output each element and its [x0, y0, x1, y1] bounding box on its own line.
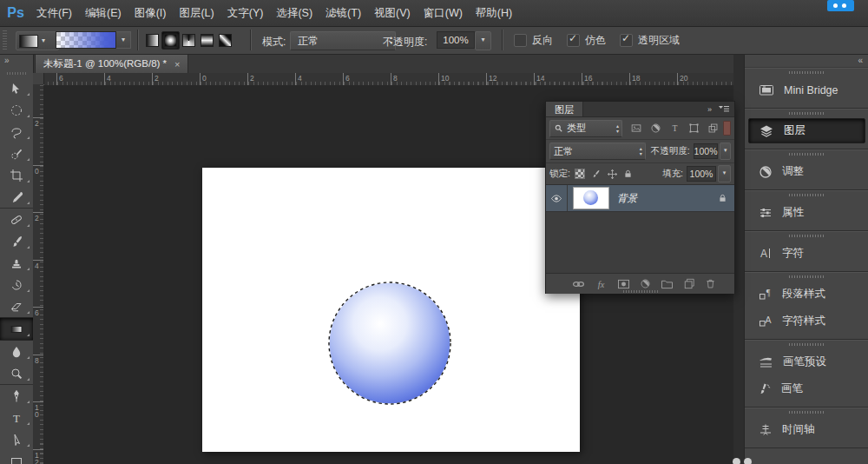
dock-item-mini-bridge[interactable]: Mini Bridge [748, 77, 865, 103]
toolbox-collapse-icon[interactable]: » [0, 54, 33, 69]
layer-fill-field[interactable]: 100% [687, 166, 716, 182]
angle-gradient-button[interactable] [180, 31, 198, 50]
layer-filtering-toggle[interactable] [723, 121, 731, 136]
eyedropper-tool[interactable] [0, 186, 33, 208]
panel-collapse-icon[interactable]: » [707, 105, 712, 114]
blend-mode-select[interactable]: 正常 ▴▾ [290, 31, 396, 50]
checkbox-反向[interactable]: 反向 [514, 33, 553, 48]
lock-all-icon[interactable] [623, 169, 633, 179]
filter-smart-objects-icon[interactable] [707, 123, 719, 134]
filter-shape-layers-icon[interactable] [688, 123, 700, 134]
visibility-cell[interactable] [546, 185, 568, 211]
dock-group-grip-icon[interactable] [789, 71, 825, 74]
clone-stamp-tool[interactable] [0, 252, 33, 274]
dock-group-grip-icon[interactable] [789, 112, 825, 115]
add-layer-mask-icon[interactable] [617, 279, 630, 289]
new-layer-icon[interactable] [683, 278, 695, 289]
checkbox-仿色[interactable]: 仿色 [567, 33, 606, 48]
dock-item-brush-panel[interactable]: 画笔 [748, 376, 865, 401]
type-tool[interactable]: T [0, 407, 33, 428]
menu-item[interactable]: 选择(S) [276, 6, 312, 21]
panel-resize-grip-icon[interactable] [623, 290, 658, 293]
dock-group-grip-icon[interactable] [789, 235, 825, 237]
menu-item[interactable]: 文件(F) [36, 6, 72, 21]
dock-item-layers[interactable]: 图层 [748, 118, 865, 143]
layer-opacity-field[interactable]: 100% [694, 143, 719, 159]
dock-item-brush-presets[interactable]: 画笔预设 [748, 349, 865, 375]
layer-fill-caret[interactable]: ▾ [718, 165, 731, 182]
gradient-picker-caret[interactable]: ▾ [116, 31, 131, 49]
gradient-preview-swatch[interactable] [56, 31, 116, 49]
layers-panel-tab[interactable]: 图层 [546, 102, 583, 116]
checkbox-icon[interactable] [514, 34, 527, 47]
healing-brush-tool[interactable] [0, 208, 33, 230]
dock-group-grip-icon[interactable] [789, 411, 825, 414]
layer-style-fx-icon[interactable]: fx [595, 279, 608, 289]
checkbox-icon[interactable] [567, 34, 580, 47]
gradient-editor[interactable]: ▾ [56, 31, 131, 49]
brush-tool[interactable] [0, 230, 33, 252]
menu-item[interactable]: 图层(L) [179, 6, 214, 21]
dock-group-grip-icon[interactable] [789, 343, 825, 346]
radial-gradient-button[interactable] [161, 31, 180, 50]
collapsed-dock-dots-icon[interactable] [731, 456, 759, 464]
dock-item-character[interactable]: A字符 [748, 241, 865, 266]
filter-type-layers-icon[interactable]: T [669, 123, 681, 134]
document-tab[interactable]: 未标题-1 @ 100%(RGB/8) * × [35, 54, 188, 73]
dock-group-grip-icon[interactable] [789, 153, 825, 156]
quick-select-tool[interactable] [0, 143, 33, 164]
dock-group-grip-icon[interactable] [789, 275, 825, 278]
history-brush-tool[interactable] [0, 274, 33, 295]
menu-item[interactable]: 编辑(E) [85, 6, 122, 21]
lock-position-icon[interactable] [607, 169, 618, 180]
dock-collapse-icon[interactable]: « [858, 56, 863, 65]
delete-layer-icon[interactable] [705, 278, 716, 289]
layer-filter-type-select[interactable]: 类型 ▴▾ [549, 120, 622, 137]
crop-tool[interactable] [0, 164, 33, 186]
dock-item-adjustments[interactable]: 调整 [748, 159, 865, 184]
eraser-tool[interactable] [0, 295, 33, 317]
blur-tool[interactable] [0, 341, 33, 362]
menu-item[interactable]: 滤镜(T) [326, 6, 361, 21]
layer-thumbnail[interactable] [573, 187, 609, 209]
dodge-tool[interactable] [0, 362, 33, 384]
shape-rect-tool[interactable] [0, 450, 33, 464]
toolbox-grip-icon[interactable] [7, 72, 26, 75]
link-layers-icon[interactable] [572, 280, 585, 288]
checkbox-透明区域[interactable]: 透明区域 [620, 33, 680, 48]
panel-menu-icon[interactable] [718, 105, 730, 113]
filter-adjustment-layers-icon[interactable] [650, 123, 661, 134]
reflected-gradient-button[interactable] [198, 31, 216, 50]
dock-item-timeline[interactable]: 时间轴 [748, 417, 865, 442]
pen-tool[interactable] [0, 384, 33, 407]
lasso-tool[interactable] [0, 121, 33, 143]
menu-item[interactable]: 窗口(W) [424, 6, 463, 21]
new-adjustment-layer-icon[interactable] [640, 278, 651, 289]
layer-opacity-caret[interactable]: ▾ [720, 143, 731, 160]
linear-gradient-button[interactable] [143, 31, 161, 50]
dock-group-grip-icon[interactable] [789, 194, 825, 196]
options-bar-grip-icon[interactable] [3, 30, 7, 50]
lock-transparency-icon[interactable] [575, 169, 585, 179]
tool-preset-picker[interactable]: ▾ [16, 31, 59, 50]
menu-item[interactable]: 帮助(H) [476, 6, 512, 21]
layer-row[interactable]: 背景 [546, 185, 734, 212]
gradient-tool[interactable] [0, 317, 33, 341]
menu-item[interactable]: 文字(Y) [227, 6, 264, 21]
filter-pixel-layers-icon[interactable] [630, 123, 642, 134]
checkbox-icon[interactable] [620, 34, 633, 47]
dock-item-properties[interactable]: 属性 [748, 200, 865, 225]
tab-close-icon[interactable]: × [174, 59, 180, 70]
menu-item[interactable]: 图像(I) [135, 6, 167, 21]
opacity-value-field[interactable]: 100% [437, 31, 475, 49]
move-tool[interactable] [0, 77, 33, 99]
document-canvas[interactable] [202, 168, 580, 452]
layer-blend-mode-select[interactable]: 正常 ▴▾ [549, 143, 646, 160]
new-group-icon[interactable] [661, 279, 674, 289]
selection-ellipse[interactable] [320, 274, 459, 413]
opacity-caret-button[interactable]: ▾ [475, 31, 491, 50]
dock-item-paragraph-styles[interactable]: ¶段落样式 [748, 282, 865, 307]
diamond-gradient-button[interactable] [216, 31, 234, 50]
eye-icon[interactable] [550, 194, 562, 203]
marquee-tool[interactable] [0, 99, 33, 121]
